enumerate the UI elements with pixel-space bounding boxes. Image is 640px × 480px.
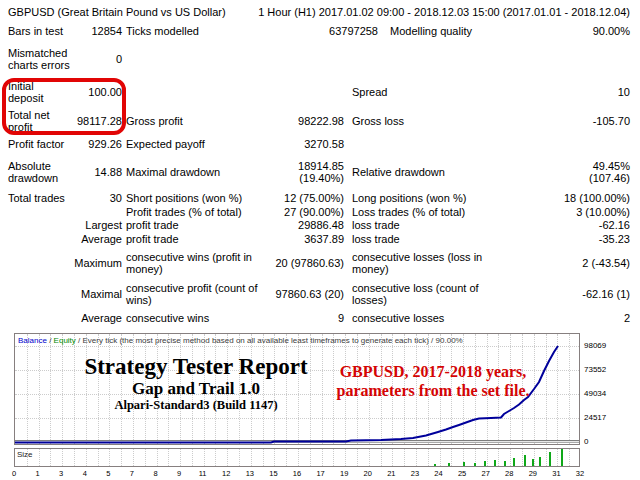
cell-label: Absolute drawdown: [0, 160, 72, 184]
cell-label: Relative drawdown: [352, 166, 490, 178]
cell-value: -62.16 (1): [490, 288, 640, 300]
cell-value: 98222.98: [268, 115, 344, 127]
cell-value: 18914.85 (19.40%): [268, 160, 344, 184]
gridline: [369, 449, 370, 466]
cell-value: Average: [72, 233, 122, 245]
gridline: [180, 449, 181, 466]
size-bar: [532, 459, 534, 466]
x-tick-label: 0: [12, 469, 16, 478]
cell-value: 27 (90.00%): [268, 206, 344, 218]
x-tick-label: 12: [222, 469, 230, 478]
size-chart: Size: [14, 448, 580, 467]
gridline: [109, 449, 110, 466]
legend-separator: /: [76, 336, 83, 345]
cell-label: Spread: [352, 86, 490, 98]
cell-label: Total trades: [0, 192, 72, 204]
gridline: [286, 449, 287, 466]
cell-value: 3637.89: [268, 233, 344, 245]
size-axis-label: Size: [17, 450, 33, 459]
cell-label: Loss trades (% of total): [352, 206, 490, 218]
table-row: Profit factor 929.26 Expected payoff 327…: [0, 135, 640, 153]
cell-label: Total net profit: [0, 109, 72, 133]
cell-value: 3 (10.00%): [490, 206, 640, 218]
gridline: [546, 449, 547, 466]
cell-label: consecutive profit (count of wins): [126, 282, 268, 306]
table-row: Total trades 30 Short positions (won %) …: [0, 191, 640, 205]
x-tick-label: 32: [576, 469, 584, 478]
x-tick-label: 20: [364, 469, 372, 478]
gridline: [215, 449, 216, 466]
table-row: Total net profit 98117.28 Gross profit 9…: [0, 106, 640, 135]
table-row: Absolute drawdown 14.88 Maximal drawdown…: [0, 153, 640, 191]
gridline: [440, 449, 441, 466]
size-bar: [561, 449, 563, 466]
legend-separator: /: [47, 336, 54, 345]
cell-label: Profit factor: [0, 138, 72, 150]
cell-value: 2 (-43.54): [490, 257, 640, 269]
x-tick-label: 5: [106, 469, 110, 478]
gridline: [274, 449, 275, 466]
cell-value: 14.88: [72, 166, 122, 178]
y-tick-label: 73552: [584, 365, 606, 374]
cell-value: Maximal: [72, 288, 122, 300]
gridline: [263, 449, 264, 466]
x-tick-label: 24: [434, 469, 442, 478]
x-tick-label: 17: [316, 469, 324, 478]
gridline: [157, 449, 158, 466]
cell-value: -62.16: [490, 219, 640, 231]
gridline: [487, 449, 488, 466]
y-tick-label: 24517: [584, 413, 606, 422]
cell-label: Modelling quality: [390, 25, 510, 37]
gridline: [451, 449, 452, 466]
size-bar: [494, 460, 496, 466]
cell-value: 2: [490, 312, 640, 324]
x-axis-labels: 0134578911121315161719202123242527282931…: [0, 469, 640, 479]
chart-legend: Balance / Equity / Every tick (the most …: [18, 336, 463, 345]
cell-value: 12854: [72, 25, 122, 37]
x-tick-label: 1: [35, 469, 39, 478]
cell-label: Short positions (won %): [126, 192, 268, 204]
cell-value: 29886.48: [268, 219, 344, 231]
y-tick-label: 98069: [584, 341, 606, 350]
gridline: [86, 449, 87, 466]
gridline: [145, 449, 146, 466]
cell-label: Mismatched charts errors: [0, 47, 72, 71]
results-table: GBPUSD (Great Britain Pound vs US Dollar…: [0, 0, 640, 326]
cell-value: 90.00%: [510, 25, 640, 37]
table-row: Maximum consecutive wins (profit in mone…: [0, 247, 640, 279]
gridline: [322, 449, 323, 466]
test-period: 1 Hour (H1) 2017.01.02 09:00 - 2018.12.0…: [226, 6, 640, 18]
gridline: [498, 449, 499, 466]
cell-value: 49.45% (107.46): [490, 160, 640, 184]
red-annotation-text: GBPUSD, 2017-2018 years, parameters from…: [283, 362, 583, 400]
x-tick-label: 15: [269, 469, 277, 478]
table-row: Bars in test 12854 Ticks modelled 637972…: [0, 21, 640, 40]
cell-value: 18 (100.00%): [490, 192, 640, 204]
table-row: Average consecutive wins 9 consecutive l…: [0, 309, 640, 326]
gridline: [39, 449, 40, 466]
gridline: [204, 449, 205, 466]
cell-value: 929.26: [72, 138, 122, 150]
cell-label: Gross loss: [352, 115, 490, 127]
cell-value: 0: [72, 53, 122, 65]
cell-label: Expected payoff: [126, 138, 268, 150]
gridline: [557, 449, 558, 466]
table-row: Largest profit trade 29886.48 loss trade…: [0, 218, 640, 231]
size-bar: [513, 458, 515, 466]
cell-label: Initial deposit: [0, 80, 72, 104]
x-tick-label: 29: [529, 469, 537, 478]
red-note-line2: parameters from the set file.: [283, 381, 583, 400]
size-bar: [434, 464, 436, 466]
cell-value: Maximum: [72, 257, 122, 269]
red-note-line1: GBPUSD, 2017-2018 years,: [283, 362, 583, 381]
cell-value: 20 (97860.63): [268, 257, 344, 269]
x-tick-label: 7: [130, 469, 134, 478]
gridline: [298, 449, 299, 466]
cell-label: consecutive loss (count of losses): [352, 282, 490, 306]
gridline: [310, 449, 311, 466]
cell-label: loss trade: [352, 219, 490, 231]
y-tick-label: 49034: [584, 389, 606, 398]
gridline: [239, 449, 240, 466]
table-row: Mismatched charts errors 0: [0, 40, 640, 78]
cell-value: Largest: [72, 219, 122, 231]
